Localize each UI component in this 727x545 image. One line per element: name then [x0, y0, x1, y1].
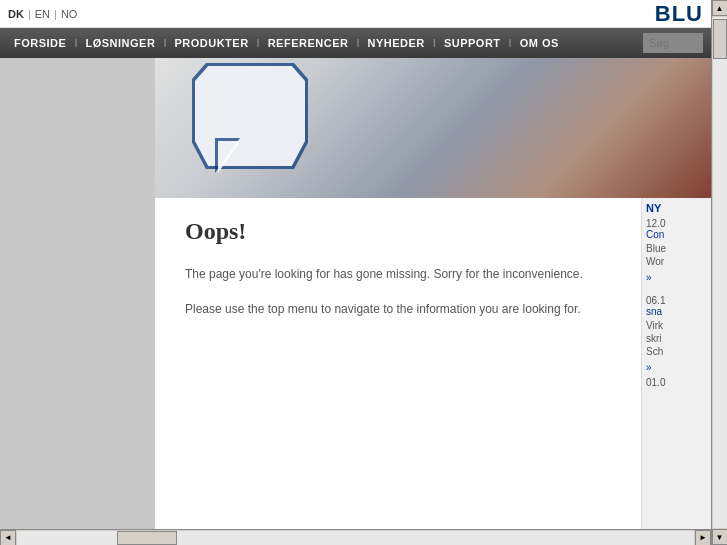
news-body-1b: Wor — [646, 255, 707, 268]
scroll-left-button[interactable]: ◄ — [0, 530, 16, 546]
news-date-3: 01.0 — [646, 377, 707, 388]
scroll-down-button[interactable]: ▼ — [712, 529, 728, 545]
scroll-track-vertical — [713, 17, 727, 528]
hero-overlay — [155, 58, 711, 198]
horizontal-scrollbar[interactable]: ◄ ► — [0, 529, 711, 545]
error-heading: Oops! — [185, 218, 611, 245]
scroll-thumb-horizontal[interactable] — [117, 531, 177, 545]
lang-en[interactable]: EN — [35, 8, 50, 20]
top-bar: DK | EN | NO BLU — [0, 0, 711, 28]
news-body-2c: Sch — [646, 345, 707, 358]
news-body-1: Blue — [646, 242, 707, 255]
main-content: Oops! The page you're looking for has go… — [155, 198, 641, 529]
news-link-2[interactable]: sna — [646, 306, 707, 317]
nav-sep-1: I — [72, 37, 79, 49]
search-input[interactable] — [643, 33, 703, 53]
nav-produkter[interactable]: PRODUKTER — [168, 37, 254, 49]
error-line2: Please use the top menu to navigate to t… — [185, 300, 611, 319]
scroll-track-horizontal — [17, 531, 694, 545]
scroll-thumb-vertical[interactable] — [713, 19, 727, 59]
nav-support[interactable]: SUPPORT — [438, 37, 507, 49]
speech-bubble-fill — [195, 66, 305, 166]
nav-sep-6: I — [507, 37, 514, 49]
news-panel: NY 12.0 Con Blue Wor » 06.1 sna Virk skr… — [641, 198, 711, 529]
lang-sep-2: | — [54, 8, 57, 20]
vertical-scrollbar[interactable]: ▲ ▼ — [711, 0, 727, 545]
nav-items-list: FORSIDE I LØSNINGER I PRODUKTER I REFERE… — [8, 37, 643, 49]
nav-nyheder[interactable]: NYHEDER — [362, 37, 431, 49]
news-body-2b: skri — [646, 332, 707, 345]
news-body-2: Virk — [646, 319, 707, 332]
nav-sep-2: I — [161, 37, 168, 49]
nav-sep-4: I — [354, 37, 361, 49]
sidebar — [0, 58, 155, 529]
news-panel-label: NY — [646, 202, 707, 214]
nav-referencer[interactable]: REFERENCER — [262, 37, 355, 49]
lang-dk[interactable]: DK — [8, 8, 24, 20]
nav-sep-5: I — [431, 37, 438, 49]
news-more-1[interactable]: » — [646, 272, 707, 283]
main-wrapper: DK | EN | NO BLU FORSIDE I LØSNINGER I P… — [0, 0, 711, 529]
nav-losninger[interactable]: LØSNINGER — [79, 37, 161, 49]
error-line1: The page you're looking for has gone mis… — [185, 265, 611, 284]
news-date-2: 06.1 — [646, 295, 707, 306]
news-divider-1 — [646, 287, 707, 295]
scroll-right-button[interactable]: ► — [695, 530, 711, 546]
language-selector: DK | EN | NO — [8, 8, 77, 20]
news-date-1: 12.0 — [646, 218, 707, 229]
news-link-1[interactable]: Con — [646, 229, 707, 240]
nav-forside[interactable]: FORSIDE — [8, 37, 72, 49]
news-more-2[interactable]: » — [646, 362, 707, 373]
scroll-up-button[interactable]: ▲ — [712, 0, 728, 16]
site-logo: BLU — [655, 1, 703, 27]
hero-banner — [155, 58, 711, 198]
navigation-bar: FORSIDE I LØSNINGER I PRODUKTER I REFERE… — [0, 28, 711, 58]
lang-no[interactable]: NO — [61, 8, 78, 20]
nav-sep-3: I — [255, 37, 262, 49]
speech-bubble-tail-fill — [218, 141, 240, 173]
lang-sep-1: | — [28, 8, 31, 20]
nav-om-os[interactable]: OM OS — [514, 37, 565, 49]
